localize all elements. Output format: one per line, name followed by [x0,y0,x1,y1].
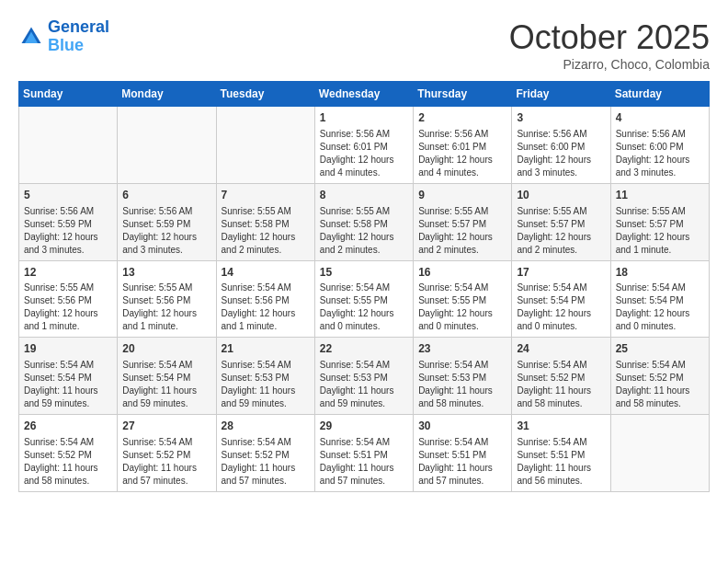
day-number: 26 [24,419,112,434]
calendar-cell: 14Sunrise: 5:54 AM Sunset: 5:56 PM Dayli… [216,260,314,338]
calendar-cell: 26Sunrise: 5:54 AM Sunset: 5:52 PM Dayli… [19,415,118,492]
day-info: Sunrise: 5:54 AM Sunset: 5:55 PM Dayligh… [320,282,408,333]
calendar-cell: 10Sunrise: 5:55 AM Sunset: 5:57 PM Dayli… [512,183,610,260]
calendar-cell: 2Sunrise: 5:56 AM Sunset: 6:01 PM Daylig… [414,107,512,184]
day-number: 2 [418,110,506,126]
calendar-cell: 28Sunrise: 5:54 AM Sunset: 5:52 PM Dayli… [216,415,314,492]
logo-icon [18,24,44,50]
day-info: Sunrise: 5:54 AM Sunset: 5:54 PM Dayligh… [517,282,605,333]
calendar-cell: 12Sunrise: 5:55 AM Sunset: 5:56 PM Dayli… [19,260,118,338]
day-info: Sunrise: 5:56 AM Sunset: 5:59 PM Dayligh… [122,205,210,257]
day-info: Sunrise: 5:54 AM Sunset: 5:54 PM Dayligh… [24,359,112,410]
title-block: October 2025 Pizarro, Choco, Colombia [509,18,710,72]
logo: General Blue [18,18,109,55]
page-header: General Blue October 2025 Pizarro, Choco… [18,18,710,72]
day-number: 29 [320,419,408,434]
day-info: Sunrise: 5:56 AM Sunset: 6:00 PM Dayligh… [616,128,704,179]
day-info: Sunrise: 5:55 AM Sunset: 5:58 PM Dayligh… [222,205,310,257]
calendar-cell: 11Sunrise: 5:55 AM Sunset: 5:57 PM Dayli… [610,183,709,260]
weekday-header-thursday: Thursday [414,82,512,107]
calendar-cell [118,107,216,184]
calendar-cell: 9Sunrise: 5:55 AM Sunset: 5:57 PM Daylig… [414,183,512,260]
calendar-cell: 22Sunrise: 5:54 AM Sunset: 5:53 PM Dayli… [314,338,413,415]
day-number: 11 [616,188,704,203]
calendar-cell: 27Sunrise: 5:54 AM Sunset: 5:52 PM Dayli… [118,415,216,492]
day-info: Sunrise: 5:55 AM Sunset: 5:57 PM Dayligh… [616,205,704,257]
day-number: 31 [517,419,605,434]
day-number: 25 [616,341,704,357]
calendar-cell: 16Sunrise: 5:54 AM Sunset: 5:55 PM Dayli… [414,260,512,338]
calendar-cell: 4Sunrise: 5:56 AM Sunset: 6:00 PM Daylig… [610,107,709,184]
weekday-header-wednesday: Wednesday [314,82,413,107]
day-info: Sunrise: 5:54 AM Sunset: 5:52 PM Dayligh… [616,359,704,410]
day-info: Sunrise: 5:56 AM Sunset: 6:01 PM Dayligh… [418,128,506,179]
day-info: Sunrise: 5:54 AM Sunset: 5:51 PM Dayligh… [517,436,605,488]
weekday-header-friday: Friday [512,82,610,107]
month-title: October 2025 [509,18,710,57]
calendar-cell [19,107,118,184]
day-info: Sunrise: 5:54 AM Sunset: 5:52 PM Dayligh… [122,436,210,488]
weekday-header-saturday: Saturday [610,82,709,107]
calendar-cell: 1Sunrise: 5:56 AM Sunset: 6:01 PM Daylig… [314,107,413,184]
day-info: Sunrise: 5:54 AM Sunset: 5:54 PM Dayligh… [122,359,210,410]
calendar-week-5: 26Sunrise: 5:54 AM Sunset: 5:52 PM Dayli… [19,415,710,492]
day-info: Sunrise: 5:54 AM Sunset: 5:53 PM Dayligh… [418,359,506,410]
day-number: 4 [616,110,704,126]
calendar-cell: 18Sunrise: 5:54 AM Sunset: 5:54 PM Dayli… [610,260,709,338]
day-info: Sunrise: 5:56 AM Sunset: 6:00 PM Dayligh… [517,128,605,179]
calendar-cell [216,107,314,184]
day-info: Sunrise: 5:56 AM Sunset: 5:59 PM Dayligh… [24,205,112,257]
calendar-cell: 23Sunrise: 5:54 AM Sunset: 5:53 PM Dayli… [414,338,512,415]
calendar-cell: 25Sunrise: 5:54 AM Sunset: 5:52 PM Dayli… [610,338,709,415]
day-number: 22 [320,341,408,357]
day-info: Sunrise: 5:54 AM Sunset: 5:53 PM Dayligh… [320,359,408,410]
weekday-header-tuesday: Tuesday [216,82,314,107]
day-number: 19 [24,341,112,357]
calendar-cell: 29Sunrise: 5:54 AM Sunset: 5:51 PM Dayli… [314,415,413,492]
day-info: Sunrise: 5:55 AM Sunset: 5:57 PM Dayligh… [517,205,605,257]
day-number: 6 [122,188,210,203]
day-number: 24 [517,341,605,357]
calendar-table: SundayMondayTuesdayWednesdayThursdayFrid… [18,81,710,492]
calendar-cell: 13Sunrise: 5:55 AM Sunset: 5:56 PM Dayli… [118,260,216,338]
day-number: 12 [24,265,112,281]
day-number: 28 [222,419,310,434]
day-number: 20 [122,341,210,357]
day-info: Sunrise: 5:54 AM Sunset: 5:55 PM Dayligh… [418,282,506,333]
day-info: Sunrise: 5:55 AM Sunset: 5:58 PM Dayligh… [320,205,408,257]
calendar-cell: 5Sunrise: 5:56 AM Sunset: 5:59 PM Daylig… [19,183,118,260]
day-number: 23 [418,341,506,357]
day-info: Sunrise: 5:56 AM Sunset: 6:01 PM Dayligh… [320,128,408,179]
calendar-cell [610,415,709,492]
day-info: Sunrise: 5:54 AM Sunset: 5:51 PM Dayligh… [418,436,506,488]
day-number: 3 [517,110,605,126]
day-info: Sunrise: 5:54 AM Sunset: 5:52 PM Dayligh… [222,436,310,488]
location-subtitle: Pizarro, Choco, Colombia [509,57,710,72]
day-number: 15 [320,265,408,281]
day-info: Sunrise: 5:54 AM Sunset: 5:56 PM Dayligh… [222,282,310,333]
weekday-header-sunday: Sunday [19,82,118,107]
weekday-header-monday: Monday [118,82,216,107]
day-info: Sunrise: 5:54 AM Sunset: 5:51 PM Dayligh… [320,436,408,488]
day-number: 18 [616,265,704,281]
day-number: 16 [418,265,506,281]
calendar-week-4: 19Sunrise: 5:54 AM Sunset: 5:54 PM Dayli… [19,338,710,415]
calendar-cell: 31Sunrise: 5:54 AM Sunset: 5:51 PM Dayli… [512,415,610,492]
calendar-cell: 19Sunrise: 5:54 AM Sunset: 5:54 PM Dayli… [19,338,118,415]
day-info: Sunrise: 5:54 AM Sunset: 5:54 PM Dayligh… [616,282,704,333]
day-number: 17 [517,265,605,281]
day-info: Sunrise: 5:55 AM Sunset: 5:56 PM Dayligh… [122,282,210,333]
day-number: 7 [222,188,310,203]
day-number: 10 [517,188,605,203]
day-info: Sunrise: 5:55 AM Sunset: 5:56 PM Dayligh… [24,282,112,333]
calendar-week-2: 5Sunrise: 5:56 AM Sunset: 5:59 PM Daylig… [19,183,710,260]
day-number: 14 [222,265,310,281]
day-number: 8 [320,188,408,203]
calendar-cell: 3Sunrise: 5:56 AM Sunset: 6:00 PM Daylig… [512,107,610,184]
calendar-cell: 8Sunrise: 5:55 AM Sunset: 5:58 PM Daylig… [314,183,413,260]
calendar-cell: 17Sunrise: 5:54 AM Sunset: 5:54 PM Dayli… [512,260,610,338]
day-info: Sunrise: 5:54 AM Sunset: 5:52 PM Dayligh… [24,436,112,488]
day-number: 21 [222,341,310,357]
calendar-cell: 24Sunrise: 5:54 AM Sunset: 5:52 PM Dayli… [512,338,610,415]
day-number: 9 [418,188,506,203]
